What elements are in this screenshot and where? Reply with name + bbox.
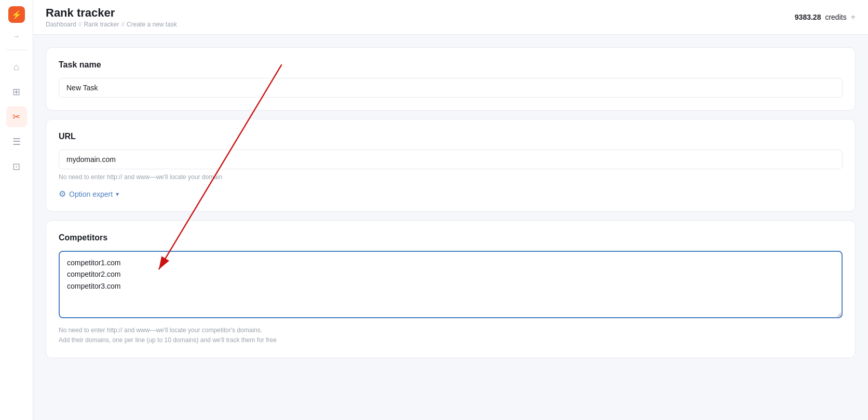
competitors-textarea[interactable]: competitor1.com competitor2.com competit… — [59, 251, 843, 318]
header-right: 9383.28 credits + — [795, 12, 856, 22]
main-wrapper: Rank tracker Dashboard // Rank tracker /… — [33, 0, 868, 420]
sidebar-toggle[interactable]: → — [10, 29, 23, 44]
option-expert-label: Option expert — [69, 190, 113, 198]
page-title: Rank tracker — [46, 6, 177, 20]
url-title: URL — [59, 132, 843, 141]
credits-label: credits — [825, 13, 846, 21]
header-left: Rank tracker Dashboard // Rank tracker /… — [46, 6, 177, 28]
url-input[interactable] — [59, 150, 843, 169]
competitors-hint-2: Add their domains, one per line (up to 1… — [59, 335, 843, 345]
sidebar-item-document[interactable]: ⊡ — [6, 156, 27, 177]
document-icon: ⊡ — [12, 161, 20, 172]
content: Task name URL No need to enter http:// a… — [33, 35, 868, 420]
sidebar-item-grid[interactable]: ⊞ — [6, 82, 27, 102]
scissors-icon: ✂ — [12, 111, 20, 123]
breadcrumb-create-task[interactable]: Create a new task — [127, 21, 177, 28]
competitors-card: Competitors competitor1.com competitor2.… — [46, 220, 856, 358]
breadcrumb-dashboard[interactable]: Dashboard — [46, 21, 76, 28]
task-name-input[interactable] — [59, 78, 843, 98]
breadcrumb-rank-tracker[interactable]: Rank tracker — [84, 21, 119, 28]
url-hint: No need to enter http:// and www—we'll l… — [59, 173, 843, 181]
credits-amount: 9383.28 — [795, 13, 821, 21]
sidebar-item-home[interactable]: ⌂ — [6, 57, 27, 77]
grid-icon: ⊞ — [12, 86, 20, 98]
logo-icon: ⚡ — [11, 10, 22, 20]
header: Rank tracker Dashboard // Rank tracker /… — [33, 0, 868, 35]
task-name-card: Task name — [46, 47, 856, 111]
add-credits-button[interactable]: + — [851, 12, 856, 22]
gear-icon: ⚙ — [59, 189, 66, 199]
sidebar-divider — [6, 50, 27, 50]
sidebar-item-list[interactable]: ☰ — [6, 131, 27, 152]
url-card: URL No need to enter http:// and www—we'… — [46, 119, 856, 212]
option-expert-button[interactable]: ⚙ Option expert ▾ — [59, 189, 119, 199]
chevron-down-icon: ▾ — [116, 191, 119, 198]
home-icon: ⌂ — [13, 62, 19, 73]
breadcrumb-sep-1: // — [78, 21, 82, 28]
task-name-title: Task name — [59, 60, 843, 70]
logo[interactable]: ⚡ — [8, 6, 25, 23]
breadcrumb-sep-2: // — [121, 21, 125, 28]
breadcrumb: Dashboard // Rank tracker // Create a ne… — [46, 21, 177, 28]
competitors-hint-block: No need to enter http:// and www—we'll l… — [59, 326, 843, 345]
sidebar-item-scissors[interactable]: ✂ — [6, 106, 27, 127]
competitors-title: Competitors — [59, 233, 843, 242]
arrow-icon: → — [13, 32, 20, 40]
competitors-hint-1: No need to enter http:// and www—we'll l… — [59, 326, 843, 335]
sidebar: ⚡ → ⌂ ⊞ ✂ ☰ ⊡ — [0, 0, 33, 420]
list-icon: ☰ — [12, 136, 21, 147]
